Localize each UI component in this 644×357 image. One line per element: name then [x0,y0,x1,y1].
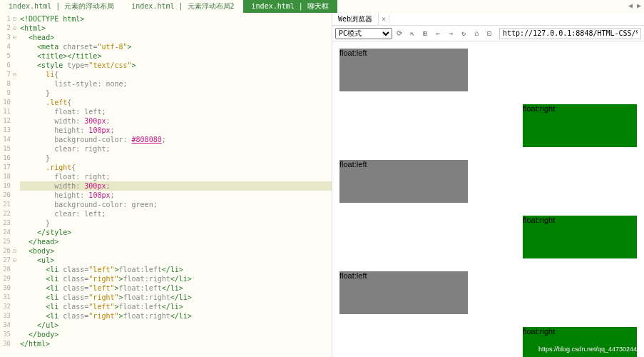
code-area[interactable]: <!DOCTYPE html><html> <head> <meta chars… [20,13,332,357]
float-box-left: float:left [339,160,468,203]
render-area: float:leftfloat:rightfloat:leftfloat:rig… [332,41,644,357]
preview-tab-bar: Web浏览器 × [332,13,644,26]
code-editor[interactable]: 1234567891011121314151617181920212223242… [0,13,332,357]
close-icon[interactable]: × [379,15,389,23]
toolbar-icon[interactable]: ⌂ [471,28,482,39]
float-box-right: float:right [523,104,637,147]
file-tab[interactable]: index.html | 元素的浮动布局 [0,0,123,13]
tab-nav-arrows[interactable]: ◀ ▶ [625,0,644,13]
toolbar-icon[interactable]: ⊡ [484,28,495,39]
toolbar-icon[interactable]: ← [432,28,444,39]
browser-toolbar: PC模式 ⟳⇱⊞←→↻⌂⊡ [332,26,644,41]
float-box-right: float:right [523,216,637,258]
url-input[interactable] [499,28,641,39]
float-box-left: float:left [339,49,468,91]
toolbar-icon[interactable]: ⇱ [407,28,418,39]
preview-tab[interactable]: Web浏览器 [332,13,379,26]
tab-bar: index.html | 元素的浮动布局index.html | 元素浮动布局2… [0,0,644,13]
preview-pane: Web浏览器 × PC模式 ⟳⇱⊞←→↻⌂⊡ float:leftfloat:r… [332,13,644,357]
float-box-left: float:left [339,271,468,314]
toolbar-icon[interactable]: ⟳ [394,28,405,39]
watermark: https://blog.csdn.net/qq_44730244 [538,346,637,353]
fold-gutter[interactable]: ⊟⊟⊟ ⊟ ⊟⊟ [13,13,20,357]
file-tab[interactable]: index.html | 聊天框 [243,0,337,13]
toolbar-icon[interactable]: ⊞ [419,28,431,39]
toolbar-icon[interactable]: → [445,28,456,39]
line-gutter: 1234567891011121314151617181920212223242… [0,13,13,357]
mode-select[interactable]: PC模式 [335,28,392,39]
file-tab[interactable]: index.html | 元素浮动布局2 [123,0,242,13]
toolbar-icon[interactable]: ↻ [458,28,469,39]
